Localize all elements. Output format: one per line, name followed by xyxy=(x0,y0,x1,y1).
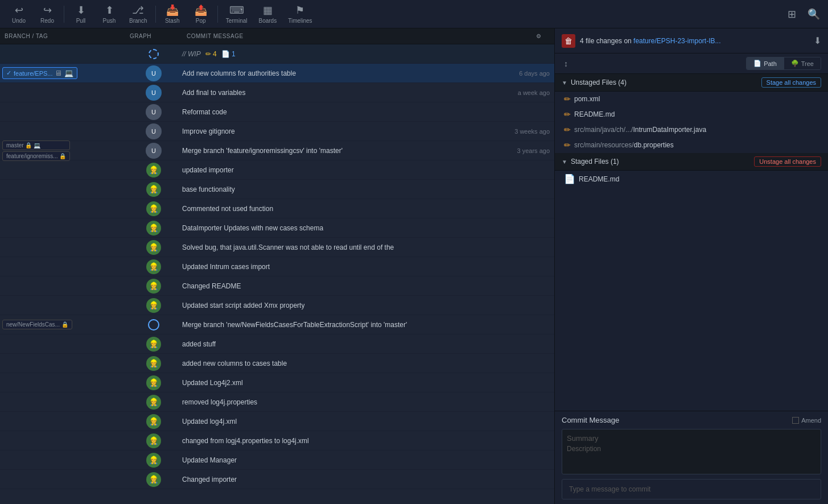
commit-input-area[interactable]: Type a message to commit xyxy=(562,479,821,499)
branch-tag-master[interactable]: master 🔒 💻 xyxy=(2,141,70,150)
commit-row-c11[interactable]: 👷 Updated Intrum cases import xyxy=(0,257,554,276)
graph-cell-c6: 👷 xyxy=(125,163,182,177)
message-cell-c22: Changed importer xyxy=(182,476,554,484)
commit-row-c14[interactable]: new/NewFieldsCas... 🔒 Merge branch 'new/… xyxy=(0,315,554,334)
commit-row-c1[interactable]: ✓ feature/EPS... 🖥 💻 U Add new columns f… xyxy=(0,64,554,83)
commit-row-c21[interactable]: 👷 Updated Manager xyxy=(0,451,554,470)
commit-row-c2[interactable]: U Add final to variables a week ago xyxy=(0,83,554,102)
commit-message-c9: DataImporter Updates with new cases sche… xyxy=(182,224,323,232)
commit-row-c7[interactable]: 👷 base functionality xyxy=(0,180,554,199)
files-area[interactable]: ▼ Unstaged Files (4) Stage all changes ✏… xyxy=(555,74,828,411)
terminal-button[interactable]: ⌨ Terminal xyxy=(220,0,253,28)
amend-label-text: Amend xyxy=(801,417,821,424)
commit-section: Commit Message Amend Summary Description… xyxy=(555,411,828,504)
graph-cell-c20: 👷 xyxy=(125,433,182,448)
wip-message-group: // WIP ✏ 4 📄 1 xyxy=(182,50,236,58)
branch-cell-c5: master 🔒 💻 feature/ignoremiss... 🔒 xyxy=(0,141,125,161)
commit-row-c5[interactable]: master 🔒 💻 feature/ignoremiss... 🔒 U Mer… xyxy=(0,141,554,160)
redo-label: Redo xyxy=(40,18,54,24)
file-item-readme-staged[interactable]: 📄 README.md xyxy=(555,171,828,188)
message-cell-c7: base functionality xyxy=(182,185,554,193)
commit-row-c13[interactable]: 👷 Updated start script added Xmx propert… xyxy=(0,296,554,315)
push-label: Push xyxy=(103,18,116,24)
unstage-all-button[interactable]: Unstage all changes xyxy=(754,156,821,167)
message-cell-c4: Improve gitignore 3 weeks ago xyxy=(182,127,554,135)
tree-icon: 🌳 xyxy=(791,60,799,67)
commit-message-c1: Add new columns for authorities table xyxy=(182,69,296,77)
commit-row-c18[interactable]: 👷 removed log4j.properties xyxy=(0,393,554,412)
boards-button[interactable]: ▦ Boards xyxy=(253,0,282,28)
file-item-importer[interactable]: ✏ src/main/java/ch/.../IntrumDataImporte… xyxy=(555,122,828,138)
build-icon-c20: 👷 xyxy=(146,433,161,448)
commit-row-c22[interactable]: 👷 Changed importer xyxy=(0,470,554,489)
graph-cell-wip xyxy=(125,49,182,59)
commit-row-c8[interactable]: 👷 Commented not used function xyxy=(0,199,554,218)
unstaged-section-label: Unstaged Files (4) xyxy=(571,79,627,86)
branch-tag-newfields[interactable]: new/NewFieldsCas... 🔒 xyxy=(2,320,72,329)
commit-row-c4[interactable]: U Improve gitignore 3 weeks ago xyxy=(0,122,554,141)
file-item-dbprops[interactable]: ✏ src/main/resources/db.properties xyxy=(555,138,828,153)
branch-tag-ignoremiss[interactable]: feature/ignoremiss... 🔒 xyxy=(2,151,70,161)
branch-button[interactable]: ⎇ Branch xyxy=(123,0,153,28)
file-item-readme-unstaged[interactable]: ✏ README.md xyxy=(555,107,828,122)
commit-message-c15: added stuff xyxy=(182,340,216,348)
pop-icon: 📤 xyxy=(195,4,207,16)
undo-button[interactable]: ↩ Undo xyxy=(5,0,33,28)
sort-button[interactable]: ↕ xyxy=(562,58,570,69)
commit-row-c6[interactable]: 👷 updated importer xyxy=(0,160,554,180)
main-content: BRANCH / TAG GRAPH COMMIT MESSAGE ⚙ // W… xyxy=(0,28,828,504)
pull-button[interactable]: ⬇ Pull xyxy=(67,0,95,28)
wip-text: // WIP xyxy=(182,50,201,58)
download-button[interactable]: ⬇ xyxy=(814,35,821,46)
message-cell-c21: Updated Manager xyxy=(182,456,554,464)
graph-cell-c8: 👷 xyxy=(125,201,182,216)
graph-cell-c7: 👷 xyxy=(125,182,182,197)
commit-row-c3[interactable]: U Reformat code xyxy=(0,102,554,122)
settings-icon[interactable]: ⚙ xyxy=(536,33,550,39)
message-cell-c8: Commented not used function xyxy=(182,205,554,213)
build-icon-c7: 👷 xyxy=(146,182,161,197)
file-name-pom: pom.xml xyxy=(574,95,600,103)
stage-all-button[interactable]: Stage all changes xyxy=(761,77,821,88)
tab-path[interactable]: 📄 Path xyxy=(747,57,784,69)
divider-3 xyxy=(217,6,218,23)
laptop-icon: 💻 xyxy=(64,69,73,77)
message-cell-c18: removed log4j.properties xyxy=(182,398,554,406)
amend-checkbox[interactable] xyxy=(792,417,799,424)
file-name-readme-unstaged: README.md xyxy=(574,110,615,118)
commit-row-c9[interactable]: 👷 DataImporter Updates with new cases sc… xyxy=(0,218,554,238)
commit-row-c19[interactable]: 👷 Updated log4j.xml xyxy=(0,412,554,431)
tab-tree[interactable]: 🌳 Tree xyxy=(784,57,821,69)
commit-message-c6: updated importer xyxy=(182,166,234,174)
commits-list[interactable]: // WIP ✏ 4 📄 1 ✓ feature/EPS... 🖥 💻 xyxy=(0,44,554,504)
commit-row-c20[interactable]: 👷 changed from logj4.properties to log4j… xyxy=(0,431,554,451)
build-icon-c18: 👷 xyxy=(146,395,161,410)
build-icon-c17: 👷 xyxy=(146,375,161,390)
message-cell-c5: Merge branch 'feature/ignoremissingcsv' … xyxy=(182,147,554,155)
delete-button[interactable]: 🗑 xyxy=(562,34,575,48)
layout-icon[interactable]: ⊞ xyxy=(784,5,800,24)
file-item-pom[interactable]: ✏ pom.xml xyxy=(555,92,828,107)
push-button[interactable]: ⬆ Push xyxy=(95,0,123,28)
branch-tag-feature-eps[interactable]: ✓ feature/EPS... 🖥 💻 xyxy=(2,67,77,79)
file-name-readme-staged: README.md xyxy=(579,175,619,183)
search-icon[interactable]: 🔍 xyxy=(804,5,823,24)
avatar-c5: U xyxy=(146,143,162,159)
commit-row-c17[interactable]: 👷 Updated Log4j2.xml xyxy=(0,373,554,393)
commit-row-c12[interactable]: 👷 Changed README xyxy=(0,276,554,296)
message-cell-c1: Add new columns for authorities table 6 … xyxy=(182,69,554,77)
commit-row-c15[interactable]: 👷 added stuff xyxy=(0,334,554,354)
staged-title: ▼ Staged Files (1) xyxy=(562,158,619,166)
commit-row-c16[interactable]: 👷 added new columns to cases table xyxy=(0,354,554,373)
commit-row-wip[interactable]: // WIP ✏ 4 📄 1 xyxy=(0,44,554,64)
commit-message-area[interactable]: Summary Description xyxy=(562,429,821,474)
graph-cell-c16: 👷 xyxy=(125,356,182,371)
redo-button[interactable]: ↪ Redo xyxy=(33,0,61,28)
commit-message-c8: Commented not used function xyxy=(182,205,273,213)
stash-button[interactable]: 📥 Stash xyxy=(158,0,187,28)
timelines-button[interactable]: ⚑ Timelines xyxy=(282,0,318,28)
commit-row-c10[interactable]: 👷 Solved bug, that java.util.Scanner was… xyxy=(0,238,554,257)
pop-button[interactable]: 📤 Pop xyxy=(187,0,215,28)
branch-cell-c14: new/NewFieldsCas... 🔒 xyxy=(0,320,125,329)
file-modified-icon-dbprops: ✏ xyxy=(564,141,571,150)
